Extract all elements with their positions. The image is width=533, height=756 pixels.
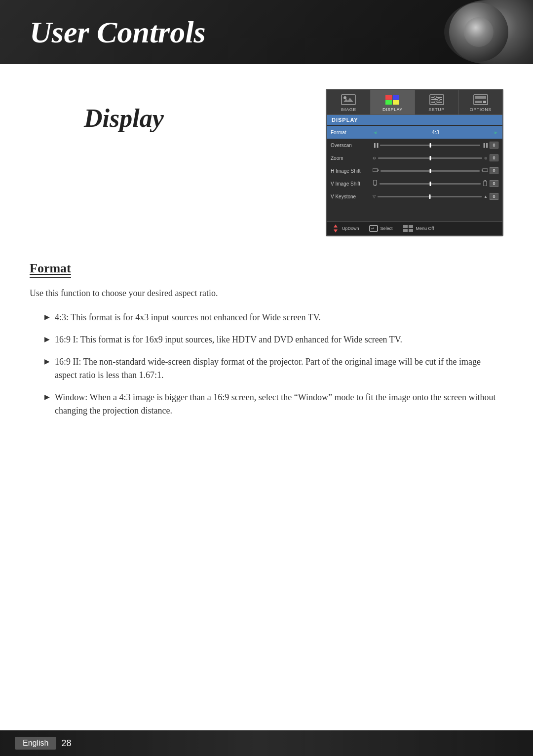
svg-point-12 — [437, 99, 440, 101]
format-description: Use this function to choose your desired… — [30, 287, 503, 300]
svg-rect-9 — [431, 99, 442, 100]
osd-section-header: DISPLAY — [327, 115, 502, 125]
vshift-icon-left — [373, 180, 378, 187]
list-item-43: ▶ 4:3: This format is for 4x3 input sour… — [44, 311, 503, 324]
svg-rect-18 — [373, 169, 378, 172]
svg-rect-0 — [342, 95, 355, 105]
vkeystone-track — [378, 196, 482, 197]
menuoff-label: Menu Off — [416, 226, 434, 231]
vshift-icon-right — [483, 180, 488, 187]
svg-rect-32 — [403, 229, 408, 232]
lens-decoration — [444, 0, 533, 64]
list-item-window: ▶ Window: When a 4:3 image is bigger tha… — [44, 391, 503, 417]
osd-label-overscan: Overscan — [331, 143, 373, 148]
osd-row-zoom[interactable]: Zoom ⊖ ⊕ 0 — [327, 151, 502, 164]
zoom-value: 0 — [490, 154, 498, 161]
tab-image[interactable]: IMAGE — [327, 90, 371, 114]
osd-bottom-bar: UpDown ↵ Select — [327, 221, 502, 235]
svg-point-2 — [343, 96, 346, 99]
svg-rect-17 — [483, 101, 486, 103]
display-tab-icon — [384, 94, 400, 106]
vkeystone-thumb — [429, 194, 430, 199]
setup-tab-icon — [429, 94, 445, 106]
hshift-track — [381, 170, 480, 172]
osd-spacer — [327, 204, 502, 221]
tab-display-label: DISPLAY — [382, 107, 403, 112]
vshift-track — [380, 183, 481, 185]
select-icon: ↵ — [369, 225, 378, 232]
osd-format-content: ◄ 4:3 ► — [373, 129, 498, 135]
osd-row-vkeystone[interactable]: V Keystone ▽ ▲ 0 — [327, 190, 502, 203]
updown-icon — [332, 225, 340, 232]
osd-nav-menuoff: Menu Off — [403, 225, 434, 232]
menuoff-icon — [403, 225, 414, 232]
osd-label-format: Format — [331, 130, 373, 135]
svg-rect-4 — [393, 95, 399, 100]
osd-row-format[interactable]: Format ◄ 4:3 ► — [327, 126, 502, 139]
bullet-arrow-169ii: ▶ — [44, 356, 50, 367]
svg-rect-3 — [385, 95, 392, 100]
format-section: Format Use this function to choose your … — [30, 261, 503, 417]
overscan-thumb — [429, 143, 431, 148]
hshift-value: 0 — [490, 167, 498, 174]
osd-label-zoom: Zoom — [331, 155, 373, 161]
svg-rect-6 — [393, 100, 399, 105]
bullet-list: ▶ 4:3: This format is for 4x3 input sour… — [44, 311, 503, 417]
osd-label-vshift: V Image Shift — [331, 181, 373, 187]
osd-panel: IMAGE DISPLAY — [326, 89, 503, 236]
osd-tab-bar: IMAGE DISPLAY — [327, 90, 502, 115]
svg-marker-27 — [334, 229, 338, 232]
osd-label-hshift: H Image Shift — [331, 168, 373, 174]
hshift-thumb — [429, 169, 431, 173]
list-item-169ii: ▶ 16:9 II: The non-standard wide-screen … — [44, 355, 503, 382]
osd-zoom-slider: ⊖ ⊕ 0 — [373, 154, 498, 161]
display-section-label: Display — [84, 104, 164, 133]
tab-display[interactable]: DISPLAY — [371, 90, 415, 114]
svg-rect-31 — [409, 225, 413, 228]
list-item-169i-text: 16:9 I: This format is for 16x9 input so… — [55, 333, 402, 346]
osd-label-vkeystone: V Keystone — [331, 194, 373, 199]
svg-rect-5 — [385, 100, 392, 105]
osd-nav-updown: UpDown — [332, 225, 359, 232]
vshift-value: 0 — [490, 180, 498, 187]
tab-setup[interactable]: SETUP — [415, 90, 459, 114]
format-arrow-left: ◄ — [373, 130, 378, 135]
bullet-arrow-window: ▶ — [44, 392, 50, 402]
vkeystone-value: 0 — [490, 193, 498, 200]
osd-vshift-slider: 0 — [373, 180, 498, 187]
osd-area: Display IMAGE — [30, 84, 503, 236]
zoom-icon-right: ⊕ — [484, 156, 488, 160]
overscan-icon-right: ▐▐ — [482, 143, 488, 148]
list-item-window-text: Window: When a 4:3 image is bigger than … — [55, 391, 503, 417]
vshift-thumb — [429, 182, 431, 186]
select-label: Select — [381, 226, 393, 231]
tab-setup-label: SETUP — [428, 107, 445, 112]
osd-nav-select: ↵ Select — [369, 225, 393, 232]
zoom-icon-left: ⊖ — [373, 156, 376, 160]
overscan-track — [380, 145, 480, 146]
main-content: Display IMAGE — [0, 64, 533, 456]
osd-overscan-slider: ▐▐ ▐▐ 0 — [373, 142, 498, 149]
svg-rect-22 — [374, 180, 377, 185]
image-tab-icon — [341, 94, 356, 106]
format-heading: Format — [30, 261, 71, 278]
list-item-169ii-text: 16:9 II: The non-standard wide-screen di… — [55, 355, 503, 382]
osd-vkeystone-slider: ▽ ▲ 0 — [373, 193, 498, 200]
hshift-icon-left — [373, 168, 379, 174]
osd-hshift-slider: 0 — [373, 167, 498, 174]
hshift-icon-right — [482, 168, 488, 174]
page-footer: English 28 — [0, 730, 533, 756]
vkeystone-icon-right: ▲ — [484, 194, 488, 199]
overscan-icon-left: ▐▐ — [373, 143, 378, 148]
svg-rect-30 — [403, 225, 408, 228]
svg-point-13 — [434, 101, 437, 104]
zoom-track — [378, 157, 482, 159]
osd-row-vshift[interactable]: V Image Shift 0 — [327, 177, 502, 190]
osd-row-hshift[interactable]: H Image Shift 0 — [327, 164, 502, 177]
osd-row-overscan[interactable]: Overscan ▐▐ ▐▐ 0 — [327, 139, 502, 151]
format-value: 4:3 — [432, 129, 439, 135]
page-header: User Controls — [0, 0, 533, 64]
tab-options[interactable]: OPTIONS — [459, 90, 502, 114]
svg-rect-20 — [483, 169, 488, 172]
svg-point-11 — [434, 96, 436, 99]
